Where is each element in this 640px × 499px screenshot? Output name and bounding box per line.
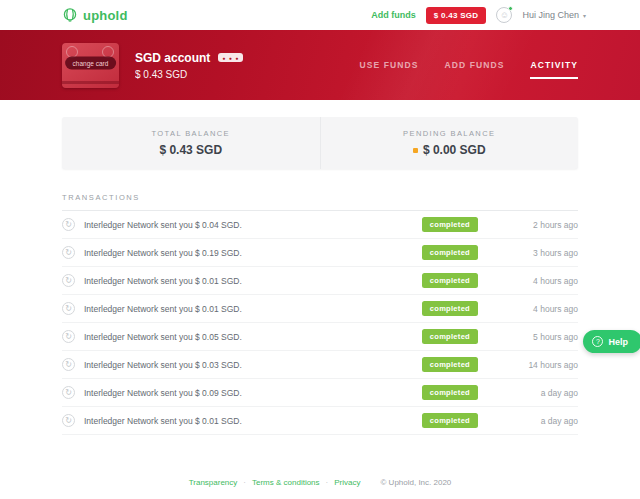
- transaction-description: Interledger Network sent you $ 0.05 SGD.: [84, 332, 422, 342]
- transaction-time: 2 hours ago: [478, 220, 578, 230]
- uphold-logo-text: uphold: [83, 8, 128, 23]
- help-button[interactable]: ? Help: [583, 330, 640, 353]
- card-decoration: [62, 81, 119, 84]
- status-badge: completed: [422, 385, 478, 400]
- total-balance-value: $ 0.43 SGD: [159, 143, 222, 157]
- footer: Transparency·Terms & conditions·Privacy …: [0, 478, 640, 487]
- transaction-description: Interledger Network sent you $ 0.09 SGD.: [84, 388, 422, 398]
- transaction-description: Interledger Network sent you $ 0.01 SGD.: [84, 276, 422, 286]
- transaction-row[interactable]: ↻Interledger Network sent you $ 0.19 SGD…: [62, 239, 578, 267]
- card-thumbnail[interactable]: change card: [62, 43, 119, 88]
- status-badge: completed: [422, 329, 478, 344]
- total-balance-cell: TOTAL BALANCE $ 0.43 SGD: [62, 117, 320, 169]
- user-name-label: Hui Jing Chen: [522, 10, 579, 20]
- transaction-time: 4 hours ago: [478, 276, 578, 286]
- question-mark-icon: ?: [592, 336, 603, 347]
- transaction-description: Interledger Network sent you $ 0.03 SGD.: [84, 360, 422, 370]
- footer-link-terms-conditions[interactable]: Terms & conditions: [252, 478, 320, 487]
- copyright-text: © Uphold, Inc. 2020: [380, 478, 451, 487]
- change-card-button[interactable]: change card: [65, 56, 117, 69]
- account-banner: change card SGD account ● ● ● $ 0.43 SGD…: [0, 30, 640, 100]
- status-badge: completed: [422, 245, 478, 260]
- footer-link-separator: ·: [326, 478, 329, 487]
- transactions-list: ↻Interledger Network sent you $ 0.04 SGD…: [62, 211, 578, 435]
- transaction-time: 5 hours ago: [478, 332, 578, 342]
- transaction-time: a day ago: [478, 416, 578, 426]
- tab-use-funds[interactable]: USE FUNDS: [359, 60, 418, 79]
- transaction-icon: ↻: [62, 358, 75, 371]
- transaction-icon: ↻: [62, 302, 75, 315]
- transactions-header: TRANSACTIONS: [62, 193, 578, 211]
- transaction-description: Interledger Network sent you $ 0.01 SGD.: [84, 416, 422, 426]
- footer-link-separator: ·: [243, 478, 246, 487]
- pending-balance-amount: $ 0.00 SGD: [423, 143, 486, 157]
- transaction-description: Interledger Network sent you $ 0.04 SGD.: [84, 220, 422, 230]
- total-balance-label: TOTAL BALANCE: [152, 129, 231, 138]
- pending-dot-icon: [413, 148, 418, 153]
- transaction-icon: ↻: [62, 414, 75, 427]
- transaction-time: 14 hours ago: [478, 360, 578, 370]
- tab-activity[interactable]: ACTIVITY: [530, 60, 578, 79]
- transaction-row[interactable]: ↻Interledger Network sent you $ 0.04 SGD…: [62, 211, 578, 239]
- header-balance-badge[interactable]: $ 0.43 SGD: [426, 7, 487, 24]
- account-balance: $ 0.43 SGD: [135, 69, 243, 80]
- status-badge: completed: [422, 273, 478, 288]
- account-options-button[interactable]: ● ● ●: [218, 53, 243, 62]
- transaction-row[interactable]: ↻Interledger Network sent you $ 0.01 SGD…: [62, 295, 578, 323]
- transaction-time: 4 hours ago: [478, 304, 578, 314]
- pending-balance-label: PENDING BALANCE: [403, 129, 495, 138]
- uphold-logo[interactable]: uphold: [62, 7, 128, 23]
- tab-add-funds[interactable]: ADD FUNDS: [445, 60, 505, 79]
- uphold-logo-icon: [62, 7, 78, 23]
- transaction-row[interactable]: ↻Interledger Network sent you $ 0.01 SGD…: [62, 267, 578, 295]
- pending-balance-cell: PENDING BALANCE $ 0.00 SGD: [321, 117, 579, 169]
- transaction-time: 3 hours ago: [478, 248, 578, 258]
- transaction-icon: ↻: [62, 386, 75, 399]
- transaction-row[interactable]: ↻Interledger Network sent you $ 0.05 SGD…: [62, 323, 578, 351]
- transaction-time: a day ago: [478, 388, 578, 398]
- transaction-icon: ↻: [62, 218, 75, 231]
- transaction-icon: ↻: [62, 330, 75, 343]
- user-menu[interactable]: Hui Jing Chen ▾: [522, 10, 586, 20]
- footer-link-privacy[interactable]: Privacy: [334, 478, 360, 487]
- transaction-icon: ↻: [62, 274, 75, 287]
- add-funds-link[interactable]: Add funds: [371, 10, 416, 20]
- status-badge: completed: [422, 413, 478, 428]
- user-avatar[interactable]: ☺: [496, 7, 512, 23]
- banner-tabs: USE FUNDSADD FUNDSACTIVITY: [359, 60, 578, 70]
- transaction-row[interactable]: ↻Interledger Network sent you $ 0.01 SGD…: [62, 407, 578, 435]
- transaction-description: Interledger Network sent you $ 0.19 SGD.: [84, 248, 422, 258]
- status-badge: completed: [422, 217, 478, 232]
- chevron-down-icon: ▾: [583, 12, 586, 19]
- pending-balance-value: $ 0.00 SGD: [413, 143, 486, 157]
- status-badge: completed: [422, 357, 478, 372]
- transactions-section: TRANSACTIONS ↻Interledger Network sent y…: [62, 193, 578, 435]
- footer-link-transparency[interactable]: Transparency: [189, 478, 238, 487]
- transaction-description: Interledger Network sent you $ 0.01 SGD.: [84, 304, 422, 314]
- account-title: SGD account: [135, 51, 210, 65]
- transaction-icon: ↻: [62, 246, 75, 259]
- transaction-row[interactable]: ↻Interledger Network sent you $ 0.03 SGD…: [62, 351, 578, 379]
- top-header: uphold Add funds $ 0.43 SGD ☺ Hui Jing C…: [0, 0, 640, 30]
- help-button-label: Help: [608, 337, 628, 347]
- online-status-dot: [508, 6, 513, 11]
- status-badge: completed: [422, 301, 478, 316]
- footer-links: Transparency·Terms & conditions·Privacy: [189, 478, 361, 487]
- transaction-row[interactable]: ↻Interledger Network sent you $ 0.09 SGD…: [62, 379, 578, 407]
- balance-panel: TOTAL BALANCE $ 0.43 SGD PENDING BALANCE…: [62, 117, 578, 169]
